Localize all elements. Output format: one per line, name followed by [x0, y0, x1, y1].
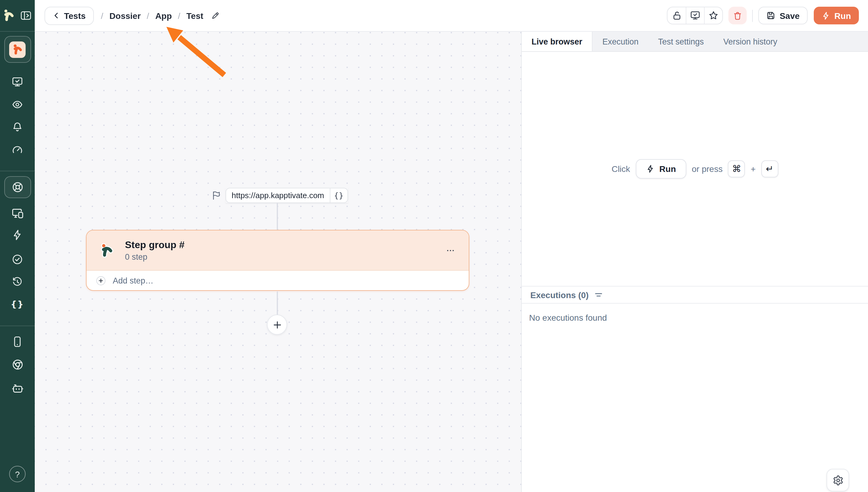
filter-icon[interactable] [594, 291, 603, 299]
sidebar-item-mobile[interactable] [7, 331, 28, 352]
enter-key: ↵ [761, 161, 778, 177]
ellipsis-menu-icon[interactable] [445, 245, 455, 255]
hint-click-label: Click [612, 164, 630, 174]
edit-title-pencil-icon[interactable] [211, 11, 219, 20]
url-input-group: https://app.kapptivate.com {} [226, 188, 348, 203]
breadcrumb-item-dossier[interactable]: Dossier [109, 11, 141, 20]
history-icon [11, 276, 23, 288]
sidebar-item-tests-selected[interactable] [4, 176, 31, 198]
view-options-group [667, 7, 723, 24]
start-url-node: https://app.kapptivate.com {} [211, 188, 348, 203]
sidebar-item-devices[interactable] [7, 203, 28, 224]
breadcrumb-separator: / [147, 11, 149, 20]
tab-version-history[interactable]: Version history [713, 32, 787, 51]
executions-title: Executions (0) [530, 290, 589, 300]
sidebar-item-monitoring[interactable] [7, 94, 28, 115]
sidebar-divider [0, 171, 35, 171]
breadcrumb-item-app[interactable]: App [155, 11, 172, 20]
hint-plus: + [751, 164, 756, 174]
panel-tabbar: Live browser Execution Test settings Ver… [522, 32, 868, 52]
workspace-switcher[interactable] [4, 36, 31, 63]
connector-line [277, 203, 278, 230]
kapptivate-mascot-icon [100, 242, 114, 258]
tab-test-settings[interactable]: Test settings [648, 32, 713, 51]
add-step-row[interactable]: Add step… [86, 270, 469, 290]
lightning-icon [646, 165, 654, 173]
chevron-left-icon [52, 11, 60, 20]
executions-header: Executions (0) [522, 286, 868, 303]
run-hint-label: Run [659, 164, 676, 174]
app-window: {} [0, 0, 868, 492]
sidebar-header [0, 0, 35, 32]
tab-execution[interactable]: Execution [593, 32, 648, 51]
robot-icon [11, 382, 23, 394]
cmd-key: ⌘ [728, 161, 745, 177]
content-row: https://app.kapptivate.com {} [35, 32, 868, 492]
question-mark-icon: ? [15, 469, 20, 479]
breadcrumb-separator: / [178, 11, 180, 20]
add-node-button[interactable] [267, 315, 287, 335]
variables-chip[interactable]: {} [330, 188, 348, 203]
back-label: Tests [64, 11, 86, 20]
live-browser-placeholder: Click Run or press ⌘ + ↵ [522, 52, 868, 286]
collapse-sidebar-icon[interactable] [19, 9, 33, 22]
plus-circle-icon [96, 276, 105, 285]
help-button[interactable]: ? [9, 466, 26, 482]
step-group-card[interactable]: Step group # 0 step Add s [86, 230, 469, 291]
gear-icon [832, 475, 843, 486]
monitor-check-button[interactable] [686, 7, 704, 24]
executions-empty-label: No executions found [529, 313, 607, 322]
workspace-avatar [9, 41, 26, 57]
hint-press-label: or press [692, 164, 723, 174]
step-group-header: Step group # 0 step [86, 230, 469, 270]
bell-icon [11, 121, 23, 132]
sidebar-item-history[interactable] [7, 271, 28, 292]
run-label: Run [835, 11, 851, 20]
topbar-actions: Save Run [667, 7, 859, 24]
eye-icon [11, 98, 23, 110]
step-group-titles: Step group # 0 step [125, 239, 185, 262]
check-circle-icon [11, 253, 23, 265]
trash-icon [733, 11, 742, 20]
settings-button[interactable] [826, 469, 849, 491]
topbar: Tests / Dossier / App / Test [35, 0, 868, 32]
breadcrumb: / Dossier / App / Test [101, 11, 219, 20]
lifebuoy-tests-icon [10, 180, 25, 195]
sidebar-item-robot[interactable] [7, 378, 28, 399]
chrome-icon [11, 359, 23, 371]
braces-icon: {} [11, 299, 24, 309]
lightning-icon [11, 229, 23, 241]
sidebar-item-performance[interactable] [7, 140, 28, 161]
favorite-star-button[interactable] [704, 7, 722, 24]
lightning-icon [822, 11, 830, 20]
flow-canvas[interactable]: https://app.kapptivate.com {} [35, 32, 521, 492]
breadcrumb-item-test[interactable]: Test [186, 11, 204, 20]
delete-test-button[interactable] [729, 7, 747, 24]
run-button[interactable]: Run [814, 7, 859, 24]
flag-icon [211, 190, 221, 201]
sidebar-item-alerts[interactable] [7, 117, 28, 137]
phone-icon [11, 336, 23, 347]
gauge-icon [11, 144, 23, 156]
save-label: Save [780, 11, 799, 20]
sidebar-item-dashboard[interactable] [7, 71, 28, 92]
kapptivate-logo-icon [2, 8, 15, 23]
save-button[interactable]: Save [758, 7, 807, 24]
tab-live-browser[interactable]: Live browser [522, 32, 593, 51]
sidebar-item-checks[interactable] [7, 249, 28, 269]
sidebar-item-variables[interactable]: {} [7, 294, 28, 315]
back-to-tests-button[interactable]: Tests [45, 6, 94, 25]
unlock-button[interactable] [667, 7, 686, 24]
right-panel: Live browser Execution Test settings Ver… [521, 32, 868, 492]
sidebar: {} [0, 0, 35, 492]
sidebar-item-browser[interactable] [7, 354, 28, 375]
start-url-input[interactable]: https://app.kapptivate.com [226, 188, 330, 203]
step-group-count: 0 step [125, 252, 185, 262]
run-hint-button[interactable]: Run [635, 159, 686, 179]
toolbar-divider [752, 9, 753, 22]
sidebar-item-actions[interactable] [7, 224, 28, 245]
connector-line [277, 291, 278, 315]
executions-list: No executions found [522, 303, 868, 492]
monitor-check-icon [11, 76, 23, 88]
devices-icon [11, 207, 23, 220]
